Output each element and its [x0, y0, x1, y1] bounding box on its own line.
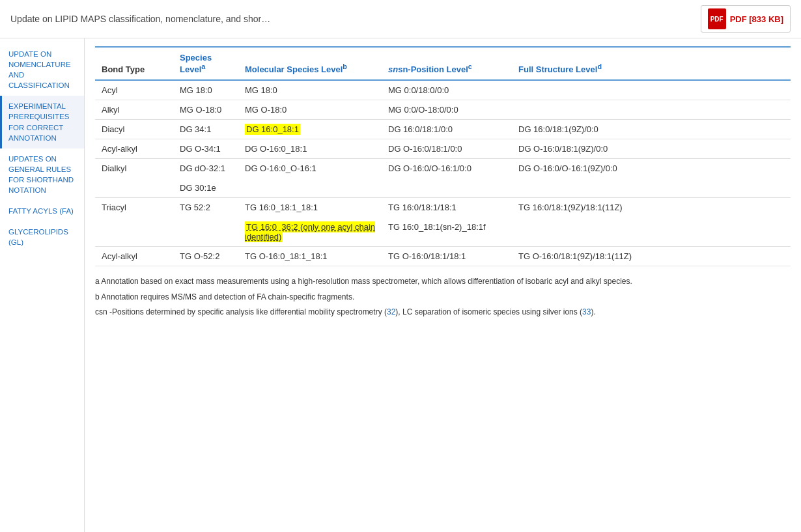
cell-species-level: MG O-18:0 [173, 100, 238, 120]
cell-full-structure [512, 100, 791, 120]
sidebar-item-fatty-acyls[interactable]: FATTY ACYLS (FA) [0, 201, 84, 221]
cell-mol-species: MG O-18:0 [238, 100, 382, 120]
cell-sn-position: TG O-16:0/18:1/18:1 [382, 247, 512, 266]
cell-species-level: MG 18:0 [173, 80, 238, 100]
cell-bond-type: Acyl-alkyl [95, 247, 173, 266]
table-row: Diacyl DG 34:1 DG 16:0_18:1 DG 16:0/18:1… [95, 120, 791, 139]
footnote-c: csn -Positions determined by specific an… [95, 306, 791, 318]
content-area: Bond Type Species Levela Molecular Speci… [85, 38, 801, 532]
highlighted-text: DG 16:0_18:1 [245, 124, 300, 135]
footnote-b: b Annotation requires MS/MS and detectio… [95, 291, 791, 303]
cell-sn-position: MG 0:0/O-18:0/0:0 [382, 100, 512, 120]
cell-full-structure: DG 16:0/18:1(9Z)/0:0 [512, 120, 791, 139]
ref-32[interactable]: 32 [387, 307, 395, 316]
cell-full-structure: DG O-16:0/18:1(9Z)/0:0 [512, 139, 791, 159]
cell-mol-species: DG 16:0_18:1 [238, 120, 382, 139]
footnote-a: a Annotation based on exact mass measure… [95, 275, 791, 288]
cell-bond-type: Alkyl [95, 100, 173, 120]
cell-bond-type: Triacyl [95, 198, 173, 247]
cell-bond-type: Diacyl [95, 120, 173, 139]
cell-mol-species: MG 18:0 [238, 80, 382, 100]
cell-full-structure: TG 16:0/18:1(9Z)/18:1(11Z) [512, 198, 791, 247]
cell-bond-type: Acyl [95, 80, 173, 100]
cell-sn-position: DG O-16:0/O-16:1/0:0 [382, 159, 512, 198]
col-header-bond-type: Bond Type [95, 47, 173, 80]
highlighted-text-2: TG 16:0_36:2 (only one acyl chain identi… [245, 221, 375, 242]
sidebar: UPDATE ON NOMENCLATURE AND CLASSIFICATIO… [0, 38, 85, 532]
col-header-full-structure: Full Structure Leveld [512, 47, 791, 80]
top-bar: Update on LIPID MAPS classification, nom… [0, 0, 801, 38]
cell-full-structure: DG O-16:0/O-16:1(9Z)/0:0 [512, 159, 791, 198]
cell-sn-position: DG O-16:0/18:1/0:0 [382, 139, 512, 159]
table-row: Dialkyl DG dO-32:1 DG 30:1e DG O-16:0_O-… [95, 159, 791, 198]
pdf-button[interactable]: PDF PDF [833 KB] [701, 5, 791, 33]
cell-full-structure [512, 80, 791, 100]
lipid-classification-table: Bond Type Species Levela Molecular Speci… [95, 46, 791, 266]
table-row: Acyl-alkyl TG O-52:2 TG O-16:0_18:1_18:1… [95, 247, 791, 266]
sidebar-item-glycerolipids[interactable]: GLYCEROLIPIDS (GL) [0, 221, 84, 253]
cell-sn-position: TG 16:0/18:1/18:1 TG 16:0_18:1(sn-2)_18:… [382, 198, 512, 247]
cell-full-structure: TG O-16:0/18:1(9Z)/18:1(11Z) [512, 247, 791, 266]
col-header-sn-position: snsn-Position Levelc [382, 47, 512, 80]
cell-sn-position: DG 16:0/18:1/0:0 [382, 120, 512, 139]
cell-bond-type: Acyl-alkyl [95, 139, 173, 159]
sidebar-item-update-nomenclature[interactable]: UPDATE ON NOMENCLATURE AND CLASSIFICATIO… [0, 44, 84, 96]
col-header-species-level: Species Levela [173, 47, 238, 80]
cell-species-level: DG 34:1 [173, 120, 238, 139]
sidebar-item-updates-general[interactable]: UPDATES ON GENERAL RULES FOR SHORTHAND N… [0, 148, 84, 201]
cell-species-level: DG dO-32:1 DG 30:1e [173, 159, 238, 198]
cell-mol-species: TG O-16:0_18:1_18:1 [238, 247, 382, 266]
footnotes: a Annotation based on exact mass measure… [95, 275, 791, 318]
pdf-label: PDF [833 KB] [730, 14, 783, 24]
page-title: Update on LIPID MAPS classification, nom… [10, 14, 270, 24]
ref-33[interactable]: 33 [582, 307, 591, 316]
cell-bond-type: Dialkyl [95, 159, 173, 198]
sidebar-item-experimental-prerequisites[interactable]: EXPERIMENTAL PREREQUISITES FOR CORRECT A… [0, 96, 84, 148]
table-row: Acyl-alkyl DG O-34:1 DG O-16:0_18:1 DG O… [95, 139, 791, 159]
cell-species-level: TG O-52:2 [173, 247, 238, 266]
pdf-icon: PDF [708, 8, 726, 29]
table-row: Acyl MG 18:0 MG 18:0 MG 0:0/18:0/0:0 [95, 80, 791, 100]
table-row: Alkyl MG O-18:0 MG O-18:0 MG 0:0/O-18:0/… [95, 100, 791, 120]
cell-species-level: DG O-34:1 [173, 139, 238, 159]
cell-species-level: TG 52:2 [173, 198, 238, 247]
col-header-molecular-species: Molecular Species Levelb [238, 47, 382, 80]
cell-sn-position: MG 0:0/18:0/0:0 [382, 80, 512, 100]
cell-mol-species: TG 16:0_18:1_18:1 TG 16:0_36:2 (only one… [238, 198, 382, 247]
table-row: Triacyl TG 52:2 TG 16:0_18:1_18:1 TG 16:… [95, 198, 791, 247]
cell-mol-species: DG O-16:0_18:1 [238, 139, 382, 159]
cell-mol-species: DG O-16:0_O-16:1 [238, 159, 382, 198]
